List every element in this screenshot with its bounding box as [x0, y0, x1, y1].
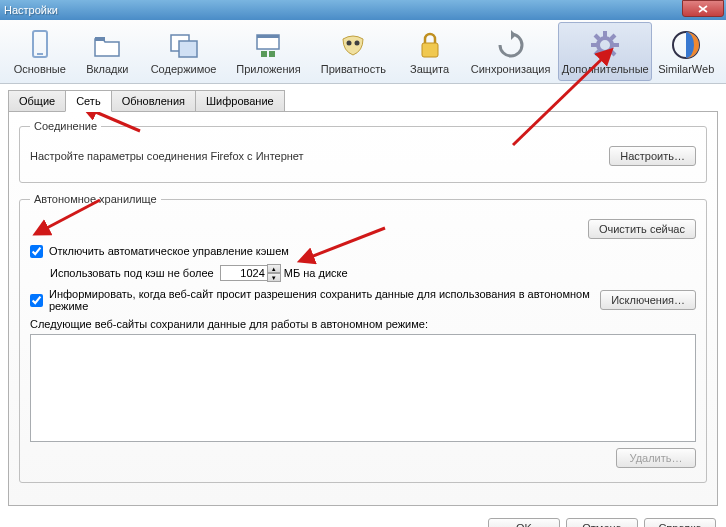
tool-label: Приватность — [321, 63, 386, 75]
tool-tabs[interactable]: Вкладки — [74, 22, 142, 81]
tool-label: Защита — [410, 63, 449, 75]
offline-legend: Автономное хранилище — [30, 193, 161, 205]
tool-label: Основные — [14, 63, 66, 75]
connection-legend: Соединение — [30, 120, 101, 132]
cache-size-spinner: ▲ ▼ — [267, 264, 281, 282]
help-button[interactable]: Справка — [644, 518, 716, 527]
content-icon — [168, 29, 200, 61]
disable-auto-cache-label: Отключить автоматическое управление кэше… — [49, 245, 696, 257]
configure-button[interactable]: Настроить… — [609, 146, 696, 166]
clear-now-button[interactable]: Очистить сейчас — [588, 219, 696, 239]
settings-toolbar: Основные Вкладки Содержимое Приложения П… — [0, 20, 726, 84]
connection-desc: Настройте параметры соединения Firefox с… — [30, 150, 609, 162]
svg-rect-2 — [95, 37, 105, 41]
ok-button[interactable]: OK — [488, 518, 560, 527]
spinner-down[interactable]: ▼ — [267, 273, 281, 282]
connection-group: Соединение Настройте параметры соединени… — [19, 120, 707, 183]
tool-privacy[interactable]: Приватность — [311, 22, 396, 81]
sites-saved-label: Следующие веб-сайты сохранили данные для… — [30, 318, 696, 330]
svg-rect-7 — [261, 51, 267, 57]
exceptions-button[interactable]: Исключения… — [600, 290, 696, 310]
svg-rect-11 — [422, 43, 438, 57]
tool-label: Дополнительные — [562, 63, 649, 75]
svg-rect-4 — [179, 41, 197, 57]
lock-icon — [414, 29, 446, 61]
tool-content[interactable]: Содержимое — [141, 22, 226, 81]
tool-similarweb[interactable]: SimilarWeb — [652, 22, 720, 81]
tab-encryption[interactable]: Шифрование — [195, 90, 285, 112]
svg-rect-6 — [257, 35, 279, 38]
svg-point-12 — [598, 38, 612, 52]
tab-network[interactable]: Сеть — [65, 90, 111, 112]
close-icon — [698, 5, 708, 13]
gear-icon — [589, 29, 621, 61]
spinner-up[interactable]: ▲ — [267, 264, 281, 273]
tool-label: Синхронизация — [471, 63, 551, 75]
offline-storage-group: Автономное хранилище Очистить сейчас Отк… — [19, 193, 707, 483]
tab-panel-network: Соединение Настройте параметры соединени… — [8, 111, 718, 506]
svg-line-17 — [595, 35, 599, 39]
similarweb-icon — [670, 29, 702, 61]
tool-general[interactable]: Основные — [6, 22, 74, 81]
tool-sync[interactable]: Синхронизация — [463, 22, 558, 81]
window-title: Настройки — [4, 4, 58, 16]
phone-icon — [24, 29, 56, 61]
svg-rect-8 — [269, 51, 275, 57]
disable-auto-cache-checkbox[interactable] — [30, 245, 43, 258]
content-area: Общие Сеть Обновления Шифрование Соедине… — [0, 84, 726, 510]
dialog-buttons: OK Отмена Справка — [0, 510, 726, 527]
titlebar: Настройки — [0, 0, 726, 20]
svg-line-18 — [611, 51, 615, 55]
tool-label: Содержимое — [151, 63, 217, 75]
svg-rect-1 — [37, 53, 43, 55]
svg-line-19 — [611, 35, 615, 39]
tabs-bar: Общие Сеть Обновления Шифрование — [8, 90, 718, 112]
svg-point-9 — [347, 40, 352, 45]
tool-security[interactable]: Защита — [396, 22, 464, 81]
svg-point-10 — [355, 40, 360, 45]
tab-general[interactable]: Общие — [8, 90, 66, 112]
folder-icon — [91, 29, 123, 61]
tool-label: Приложения — [236, 63, 300, 75]
cancel-button[interactable]: Отмена — [566, 518, 638, 527]
cache-size-suffix: МБ на диске — [284, 267, 348, 279]
cache-size-prefix: Использовать под кэш не более — [50, 267, 214, 279]
inform-offline-checkbox[interactable] — [30, 294, 43, 307]
apps-icon — [252, 29, 284, 61]
close-button[interactable] — [682, 0, 724, 17]
tool-advanced[interactable]: Дополнительные — [558, 22, 653, 81]
delete-button[interactable]: Удалить… — [616, 448, 696, 468]
tool-label: SimilarWeb — [658, 63, 714, 75]
sync-icon — [495, 29, 527, 61]
offline-sites-list[interactable] — [30, 334, 696, 442]
tab-updates[interactable]: Обновления — [111, 90, 196, 112]
tool-label: Вкладки — [86, 63, 128, 75]
svg-line-20 — [595, 51, 599, 55]
tool-applications[interactable]: Приложения — [226, 22, 311, 81]
cache-size-input[interactable] — [220, 265, 268, 281]
mask-icon — [337, 29, 369, 61]
inform-offline-label: Информировать, когда веб-сайт просит раз… — [49, 288, 600, 312]
